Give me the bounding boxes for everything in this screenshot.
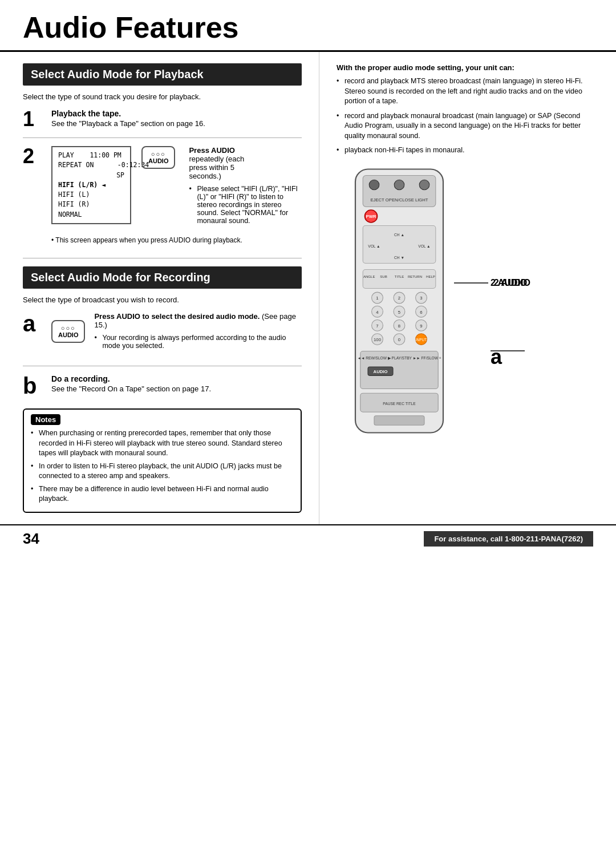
svg-rect-49 [374,415,424,425]
svg-text:SUB: SUB [380,274,387,278]
audio-arrow-2 [454,278,494,288]
footer-assistance: For assistance, call 1-800-211-PANA(7262… [424,531,593,547]
svg-rect-13 [363,269,436,288]
notes-box: Notes When purchasing or renting prereco… [23,408,302,513]
audio-2-label: 2 AUDIO [491,278,527,288]
svg-text:7: 7 [376,323,378,328]
svg-text:8: 8 [398,323,400,328]
step-a-row: a ○○○ AUDIO Press AUDIO to select the de… [23,312,302,358]
notes-item-3: There may be a difference in audio level… [31,484,294,504]
svg-text:0: 0 [398,337,400,342]
section-recording-intro: Select the type of broadcast you wish to… [23,296,302,304]
notes-title: Notes [31,414,60,425]
step-b-desc: See the "Record On a Tape" section on pa… [51,385,302,393]
svg-text:100: 100 [374,337,381,342]
section-playback-header: Select Audio Mode for Playback [23,63,302,86]
svg-point-4 [419,180,429,190]
svg-text:4: 4 [376,309,379,314]
svg-text:CH ▼: CH ▼ [394,255,404,259]
section-playback-intro: Select the type of sound track you desir… [23,92,302,101]
svg-text:PWR: PWR [366,214,376,219]
step-2-row: 2 PLAY 11:00 PM REPEAT ON -0:12:34 SP HI… [23,146,302,250]
step-1-desc: See the "Playback a Tape" section on pag… [51,119,302,128]
step-a-bullet-1: Your recording is always performed accor… [94,334,302,350]
step-2-bullet-1: Please select "HIFI (L/R)", "HIFI (L)" o… [189,185,302,225]
step-1-row: 1 Playback the tape. See the "Playback a… [23,109,302,130]
step-b-title: Do a recording. [51,374,302,383]
section-recording-header: Select Audio Mode for Recording [23,266,302,289]
step-a-audio-row: ○○○ AUDIO Press AUDIO to select the desi… [51,312,302,352]
page-title: Audio Features [0,0,616,52]
right-bullet-3: playback non-Hi-Fi tapes in monaural. [337,145,599,156]
svg-text:EJECT OPEN/CLOSE LIGHT: EJECT OPEN/CLOSE LIGHT [370,197,428,202]
svg-text:VOL ▲: VOL ▲ [418,244,430,248]
audio-button-playback[interactable]: ○○○ AUDIO [141,146,175,170]
step-b-row: b Do a recording. See the "Record On a T… [23,374,302,397]
notes-list: When purchasing or renting prerecorded t… [31,428,294,504]
svg-point-2 [369,180,379,190]
audio-btn-dots-recording: ○○○ [58,325,78,331]
notes-item-2: In order to listen to Hi-Fi stereo playb… [31,462,294,481]
svg-text:6: 6 [420,309,422,314]
svg-text:PAUSE REC TITLE: PAUSE REC TITLE [383,402,416,406]
right-column-bullets: record and playback MTS stereo broadcast… [337,76,599,156]
remote-container: EJECT OPEN/CLOSE LIGHT PWR CH ▲ VOL ▲ VO… [337,166,599,444]
audio-btn-dots-playback: ○○○ [148,151,168,157]
right-bullet-1: record and playback MTS stereo broadcast… [337,76,599,107]
svg-text:◄◄ REW/SLOW ▶ PLAY/STBY ►► FF/: ◄◄ REW/SLOW ▶ PLAY/STBY ►► FF/SLOW + [357,355,441,359]
svg-text:CH ▲: CH ▲ [394,233,404,237]
step-1-number: 1 [23,109,46,130]
step-a-bullets: Your recording is always performed accor… [94,334,302,350]
svg-text:1: 1 [376,296,378,301]
playback-screen: PLAY 11:00 PM REPEAT ON -0:12:34 SP HIFI… [51,146,131,224]
right-bullet-2: record and playback monaural broadcast (… [337,111,599,141]
right-column-title: With the proper audio mode setting, your… [337,63,599,72]
step-a-letter: a [23,312,46,335]
step-1-title: Playback the tape. [51,109,302,118]
svg-text:RETURN: RETURN [408,274,422,278]
svg-text:3: 3 [420,296,422,301]
step-2-bullets: Please select "HIFI (L/R)", "HIFI (L)" o… [189,185,302,225]
footer: 34 For assistance, call 1-800-211-PANA(7… [0,524,616,552]
svg-text:INPUT: INPUT [416,337,427,341]
step-2-screen-note: • This screen appears when you press AUD… [51,236,302,244]
svg-text:2: 2 [398,296,400,301]
step-2-display-row: PLAY 11:00 PM REPEAT ON -0:12:34 SP HIFI… [51,146,302,227]
svg-text:5: 5 [398,309,400,314]
footer-page-number: 34 [23,530,39,548]
remote-svg: EJECT OPEN/CLOSE LIGHT PWR CH ▲ VOL ▲ VO… [337,166,462,442]
audio-btn-label-recording: AUDIO [58,331,78,338]
svg-text:9: 9 [420,323,422,328]
step-b-letter: b [23,374,46,397]
svg-text:HELP: HELP [426,274,435,278]
remote-wrapper: EJECT OPEN/CLOSE LIGHT PWR CH ▲ VOL ▲ VO… [337,166,485,444]
svg-text:ANGLE: ANGLE [363,274,375,278]
audio-btn-label-playback: AUDIO [148,157,168,164]
svg-point-3 [394,180,404,190]
svg-text:AUDIO: AUDIO [374,369,388,374]
audio-button-recording[interactable]: ○○○ AUDIO [51,320,85,344]
audio-a-label: a [491,345,527,369]
step-2-number: 2 [23,146,46,167]
svg-text:VOL ▲: VOL ▲ [368,244,380,248]
notes-item-1: When purchasing or renting prerecorded t… [31,428,294,459]
svg-text:TITLE: TITLE [395,274,404,278]
